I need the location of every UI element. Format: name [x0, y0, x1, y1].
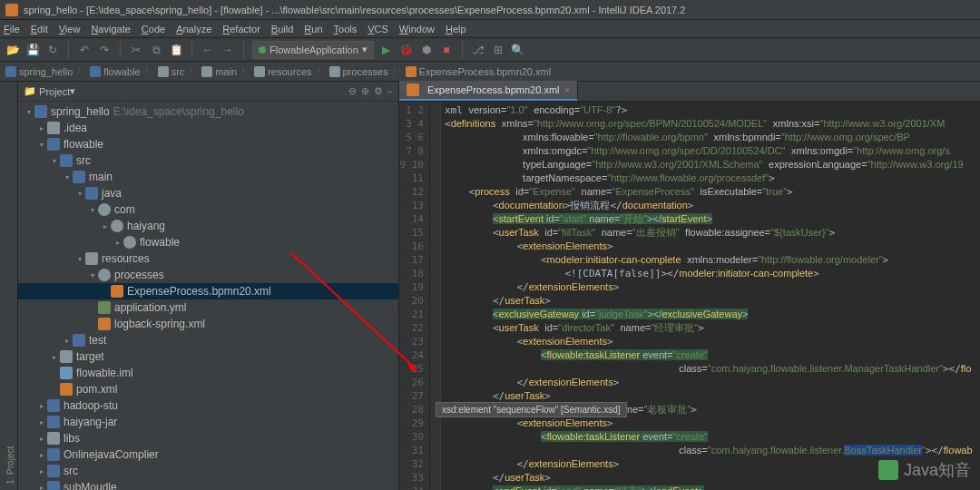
project-tool-tab[interactable]: 1: Project — [4, 82, 17, 490]
open-icon[interactable]: 📂 — [5, 43, 20, 57]
close-icon[interactable]: × — [564, 84, 570, 95]
menu-vcs[interactable]: VCS — [368, 24, 388, 34]
hide-icon[interactable]: − — [387, 86, 393, 97]
paste-icon[interactable]: 📋 — [169, 43, 183, 57]
tree-node[interactable]: logback-spring.xml — [18, 316, 398, 332]
code-editor[interactable]: xml version="1.0" encoding="UTF-8"?> <de… — [441, 102, 980, 490]
sidebar-header: 📁 Project ▾ ⊖ ⊕ ⚙ − — [18, 82, 398, 102]
folder-icon: 📁 — [24, 85, 36, 97]
menu-bar: FileEditViewNavigateCodeAnalyzeRefactorB… — [0, 20, 980, 38]
forward-icon[interactable]: → — [220, 43, 235, 57]
tree-node[interactable]: ▾resources — [18, 250, 398, 267]
tree-node[interactable]: ▾main — [18, 169, 398, 185]
cut-icon[interactable]: ✂ — [129, 43, 143, 57]
tree-node[interactable]: ▾com — [18, 201, 398, 218]
breadcrumb-item[interactable]: ExpenseProcess.bpmn20.xml — [406, 66, 552, 77]
tree-node[interactable]: ▸haiyang-jar — [18, 414, 398, 430]
tree-node[interactable]: ▸src — [18, 463, 398, 479]
menu-view[interactable]: View — [59, 24, 81, 34]
breadcrumb-item[interactable]: flowable — [90, 66, 140, 77]
window-title: spring_hello - [E:\idea_space\spring_hel… — [24, 5, 685, 15]
breadcrumb-item[interactable]: main — [201, 66, 237, 77]
editor-tab[interactable]: ExpenseProcess.bpmn20.xml × — [399, 81, 578, 101]
tree-node[interactable]: ▸target — [18, 348, 398, 365]
fold-gutter[interactable] — [430, 102, 441, 490]
menu-navigate[interactable]: Navigate — [91, 24, 130, 34]
breadcrumb-item[interactable]: src — [158, 66, 185, 77]
menu-build[interactable]: Build — [271, 24, 293, 34]
menu-window[interactable]: Window — [399, 24, 435, 34]
tree-node[interactable]: ▸flowable — [18, 234, 398, 250]
tree-node[interactable]: ▸OnlinejavaComplier — [18, 446, 398, 463]
project-sidebar: 📁 Project ▾ ⊖ ⊕ ⚙ − ▾spring_helloE:\idea… — [18, 82, 399, 490]
stop-icon[interactable]: ■ — [439, 43, 454, 57]
run-status-icon — [259, 46, 266, 54]
coverage-icon[interactable]: ⬢ — [419, 43, 434, 57]
vcs-icon[interactable]: ⎇ — [471, 43, 485, 57]
editor-area: ExpenseProcess.bpmn20.xml × 1 2 3 4 5 6 … — [399, 82, 980, 490]
tree-node[interactable]: ▾spring_helloE:\idea_space\spring_hello — [18, 103, 398, 120]
tree-node[interactable]: ▸test — [18, 332, 398, 348]
structure-icon[interactable]: ⊞ — [491, 43, 505, 57]
left-gutter: 1: Project 2: Structure — [0, 82, 18, 490]
structure-tool-tab[interactable]: 2: Structure — [0, 82, 4, 490]
menu-tools[interactable]: Tools — [334, 24, 358, 34]
breadcrumb-item[interactable]: spring_hello — [5, 66, 73, 77]
tree-node[interactable]: ▾processes — [18, 267, 398, 283]
tree-node[interactable]: ▾src — [18, 152, 398, 169]
window-titlebar: spring_hello - [E:\idea_space\spring_hel… — [0, 0, 980, 20]
menu-help[interactable]: Help — [446, 24, 466, 34]
redo-icon[interactable]: ↷ — [97, 43, 112, 57]
menu-refactor[interactable]: Refactor — [222, 24, 260, 34]
line-gutter: 1 2 3 4 5 6 7 8 9 10 11 12 13 14 15 16 1… — [399, 102, 430, 490]
debug-icon[interactable]: 🐞 — [399, 43, 414, 57]
chevron-down-icon: ▾ — [362, 44, 368, 55]
locate-icon[interactable]: ⊕ — [361, 85, 369, 97]
back-icon[interactable]: ← — [201, 43, 215, 57]
menu-edit[interactable]: Edit — [31, 24, 48, 34]
tree-node[interactable]: flowable.iml — [18, 365, 398, 381]
wechat-icon — [878, 460, 898, 480]
undo-icon[interactable]: ↶ — [77, 43, 92, 57]
tree-node[interactable]: ▾flowable — [18, 136, 398, 152]
xml-file-icon — [407, 83, 419, 96]
chevron-down-icon[interactable]: ▾ — [70, 85, 75, 97]
app-icon — [5, 4, 18, 16]
copy-icon[interactable]: ⧉ — [149, 43, 163, 57]
tree-node[interactable]: ▸subMoudle — [18, 479, 398, 490]
main-toolbar: 📂 💾 ↻ ↶ ↷ ✂ ⧉ 📋 ← → FlowableApplication … — [0, 38, 980, 62]
breadcrumb: spring_hello〉flowable〉src〉main〉resources… — [0, 62, 980, 82]
collapse-icon[interactable]: ⊖ — [348, 85, 357, 97]
run-config-dropdown[interactable]: FlowableApplication ▾ — [252, 41, 374, 59]
menu-analyze[interactable]: Analyze — [176, 24, 211, 34]
menu-run[interactable]: Run — [304, 24, 322, 34]
tree-node[interactable]: application.yml — [18, 299, 398, 316]
tree-node[interactable]: ExpenseProcess.bpmn20.xml — [18, 283, 398, 299]
save-icon[interactable]: 💾 — [25, 43, 40, 57]
project-tree[interactable]: ▾spring_helloE:\idea_space\spring_hello▸… — [18, 102, 398, 490]
run-icon[interactable]: ▶ — [379, 43, 394, 57]
menu-file[interactable]: File — [4, 24, 20, 34]
tree-node[interactable]: ▸haiyang — [18, 218, 398, 234]
watermark: Java知音 — [878, 459, 971, 481]
menu-code[interactable]: Code — [142, 24, 165, 34]
gear-icon[interactable]: ⚙ — [374, 85, 383, 97]
tree-node[interactable]: ▸hadoop-stu — [18, 397, 398, 414]
breadcrumb-item[interactable]: processes — [329, 66, 388, 77]
tree-node[interactable]: ▾java — [18, 185, 398, 201]
tree-node[interactable]: ▸.idea — [18, 120, 398, 136]
search-icon[interactable]: 🔍 — [511, 43, 525, 57]
tree-node[interactable]: ▸libs — [18, 430, 398, 446]
breadcrumb-item[interactable]: resources — [254, 66, 311, 77]
tree-node[interactable]: pom.xml — [18, 381, 398, 397]
tooltip: xsd:element "sequenceFlow" [Semantic.xsd… — [436, 402, 627, 417]
editor-tabs: ExpenseProcess.bpmn20.xml × — [399, 82, 980, 102]
refresh-icon[interactable]: ↻ — [45, 43, 60, 57]
